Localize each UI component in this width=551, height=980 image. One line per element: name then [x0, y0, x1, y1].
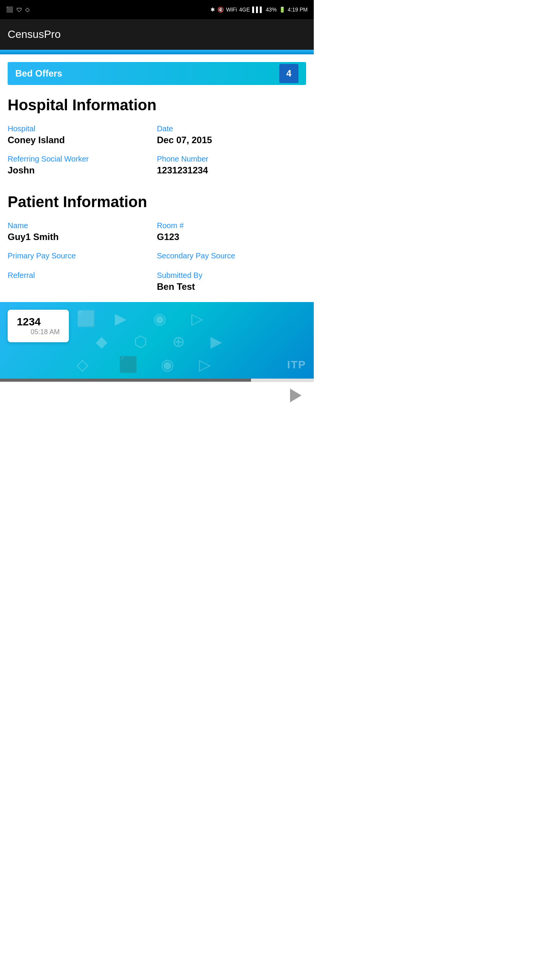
bottom-bar	[0, 382, 314, 408]
patient-info-grid: Name Guy1 Smith Room # G123 Primary Pay …	[8, 218, 306, 298]
battery-percentage: 43%	[266, 7, 277, 13]
status-bar-right: ✱ 🔇 WiFi 4GE ▌▌▌ 43% 🔋 4:19 PM	[210, 7, 308, 13]
social-worker-label: Referring Social Worker	[8, 155, 157, 163]
name-cell: Name Guy1 Smith	[8, 218, 157, 248]
itp-watermark: ITP	[287, 359, 306, 371]
wm-icon-10: ⬛	[119, 356, 138, 374]
signal-bars: ▌▌▌	[252, 7, 264, 13]
hospital-label: Hospital	[8, 124, 157, 133]
room-cell: Room # G123	[157, 218, 306, 248]
submitted-by-label: Submitted By	[157, 271, 306, 280]
hospital-section: Hospital Information Hospital Coney Isla…	[8, 96, 306, 182]
hospital-info-grid: Hospital Coney Island Date Dec 07, 2015 …	[8, 121, 306, 182]
send-icon	[290, 389, 302, 402]
wm-icon-8: ▶	[210, 333, 222, 350]
accent-bar	[0, 50, 314, 54]
status-bar: ⬛ 🛡 ◇ ✱ 🔇 WiFi 4GE ▌▌▌ 43% 🔋 4:19 PM	[0, 0, 314, 19]
date-value: Dec 07, 2015	[157, 135, 306, 145]
bed-offers-label: Bed Offers	[15, 68, 62, 79]
wm-icon-1: ⬜	[77, 310, 96, 328]
hospital-cell: Hospital Coney Island	[8, 121, 157, 152]
send-button[interactable]	[283, 384, 306, 407]
screenshot-icon: ⬛	[6, 6, 13, 13]
footer-section: ⬜ ▶ ◉ ▷ ◆ ⬡ ⊕ ▶ ◇ ⬛ ◉ ▷ 1234 05:18 AM IT…	[0, 302, 314, 379]
battery-icon: 🔋	[279, 7, 285, 13]
room-label: Room #	[157, 221, 306, 230]
wm-icon-6: ⬡	[134, 333, 147, 350]
section-divider-1	[8, 186, 306, 193]
room-value: G123	[157, 232, 306, 242]
main-content: Bed Offers 4 Hospital Information Hospit…	[0, 54, 314, 298]
wm-icon-7: ⊕	[172, 333, 185, 350]
primary-pay-label: Primary Pay Source	[8, 252, 157, 260]
submitted-by-value: Ben Test	[157, 281, 306, 292]
date-label: Date	[157, 124, 306, 133]
network-icon: 4GE	[239, 7, 250, 13]
phone-cell: Phone Number 1231231234	[157, 152, 306, 182]
scroll-thumb	[0, 379, 251, 382]
footer-card-number: 1234	[17, 316, 60, 328]
app-title: CensusPro	[8, 28, 61, 41]
referral-label: Referral	[8, 271, 157, 280]
bluetooth-icon: ✱	[210, 7, 215, 13]
wm-icon-4: ▷	[191, 310, 203, 327]
status-bar-left: ⬛ 🛡 ◇	[6, 6, 30, 13]
referral-cell: Referral	[8, 268, 157, 298]
patient-section-title: Patient Information	[8, 193, 306, 211]
tag-icon: ◇	[25, 6, 30, 13]
secondary-pay-label: Secondary Pay Source	[157, 252, 306, 260]
date-cell: Date Dec 07, 2015	[157, 121, 306, 152]
wm-icon-2: ▶	[115, 310, 127, 327]
social-worker-value: Joshn	[8, 165, 157, 176]
patient-section: Patient Information Name Guy1 Smith Room…	[8, 193, 306, 298]
phone-label: Phone Number	[157, 155, 306, 163]
app-bar: CensusPro	[0, 19, 314, 50]
social-worker-cell: Referring Social Worker Joshn	[8, 152, 157, 182]
secondary-pay-cell: Secondary Pay Source	[157, 248, 306, 268]
primary-pay-cell: Primary Pay Source	[8, 248, 157, 268]
hospital-value: Coney Island	[8, 135, 157, 145]
wm-icon-11: ◉	[161, 356, 174, 373]
wifi-icon: WiFi	[226, 7, 237, 13]
name-value: Guy1 Smith	[8, 232, 157, 242]
name-label: Name	[8, 221, 157, 230]
time-display: 4:19 PM	[288, 7, 308, 13]
mute-icon: 🔇	[217, 7, 224, 13]
wm-icon-9: ◇	[77, 356, 88, 373]
footer-card: 1234 05:18 AM	[8, 310, 69, 342]
shield-icon: 🛡	[16, 7, 22, 13]
submitted-by-cell: Submitted By Ben Test	[157, 268, 306, 298]
wm-icon-12: ▷	[199, 356, 211, 373]
footer-card-time: 05:18 AM	[17, 328, 60, 336]
hospital-section-title: Hospital Information	[8, 96, 306, 114]
bed-offers-banner[interactable]: Bed Offers 4	[8, 62, 306, 85]
scroll-indicator	[0, 379, 314, 382]
wm-icon-3: ◉	[153, 310, 166, 327]
phone-value: 1231231234	[157, 165, 306, 176]
wm-icon-5: ◆	[96, 333, 108, 350]
bed-offers-count: 4	[279, 64, 298, 83]
